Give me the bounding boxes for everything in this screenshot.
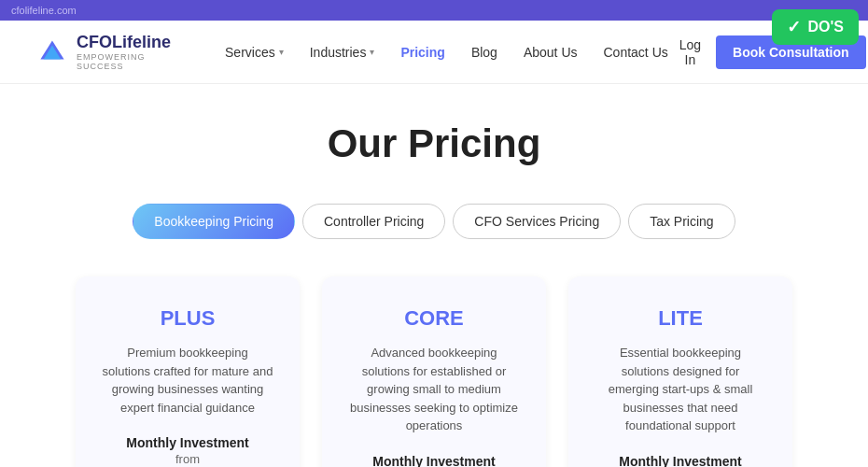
page-title: Our Pricing — [19, 121, 849, 166]
nav-pricing[interactable]: Pricing — [389, 37, 455, 67]
chevron-down-icon: ▾ — [279, 47, 284, 57]
top-bar-url: cfolifeline.com — [11, 5, 77, 16]
check-icon: ✓ — [787, 17, 801, 37]
tab-cfo-services[interactable]: CFO Services Pricing — [453, 204, 621, 239]
card-core-title: CORE — [348, 306, 520, 331]
logo[interactable]: CFOLifeline EMPOWERING SUCCESS — [37, 33, 176, 71]
top-bar: cfolifeline.com — [0, 0, 868, 21]
logo-icon — [37, 35, 67, 70]
login-button[interactable]: Log In — [679, 37, 701, 67]
card-plus-desc: Premium bookkeeping solutions crafted fo… — [102, 344, 273, 417]
tab-tax[interactable]: Tax Pricing — [628, 204, 735, 239]
header: CFOLifeline EMPOWERING SUCCESS Services … — [0, 21, 868, 84]
card-lite-desc: Essential bookkeeping solutions designed… — [595, 344, 766, 435]
card-lite: LITE Essential bookkeeping solutions des… — [568, 276, 792, 467]
chevron-down-icon: ▾ — [370, 47, 374, 57]
card-lite-investment-label: Monthly Investment — [595, 454, 766, 468]
card-core-investment-label: Monthly Investment — [348, 454, 520, 468]
logo-tagline: EMPOWERING SUCCESS — [77, 52, 176, 71]
card-plus: PLUS Premium bookkeeping solutions craft… — [76, 276, 300, 467]
nav-contact[interactable]: Contact Us — [593, 37, 679, 67]
dos-badge: ✓ DO'S — [772, 9, 859, 45]
tab-controller[interactable]: Controller Pricing — [302, 204, 445, 239]
nav-services[interactable]: Services ▾ — [214, 37, 295, 67]
nav-blog[interactable]: Blog — [460, 37, 509, 67]
card-core: CORE Advanced bookkeeping solutions for … — [322, 276, 546, 467]
pricing-cards: PLUS Premium bookkeeping solutions craft… — [19, 276, 849, 467]
main-nav: Services ▾ Industries ▾ Pricing Blog Abo… — [214, 37, 679, 67]
nav-about[interactable]: About Us — [512, 37, 589, 67]
nav-industries[interactable]: Industries ▾ — [299, 37, 386, 67]
card-core-desc: Advanced bookkeeping solutions for estab… — [348, 344, 520, 435]
card-plus-from: from — [102, 452, 273, 466]
main-content: Our Pricing Bookkeeping Pricing Controll… — [0, 84, 868, 467]
card-plus-title: PLUS — [102, 306, 273, 331]
logo-name: CFOLifeline — [77, 33, 176, 52]
dos-label: DO'S — [808, 19, 844, 35]
card-lite-title: LITE — [595, 306, 766, 331]
card-plus-investment-label: Monthly Investment — [102, 435, 273, 450]
pricing-tabs: Bookkeeping Pricing Controller Pricing C… — [19, 204, 849, 239]
tab-bookkeeping[interactable]: Bookkeeping Pricing — [133, 204, 295, 239]
